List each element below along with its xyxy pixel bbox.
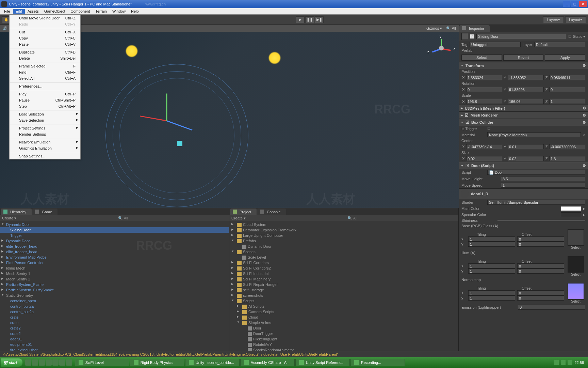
shininess-slider[interactable] [497,220,585,221]
hierarchy-item[interactable]: ▼Static Geometry [0,293,229,298]
play-button[interactable]: ▶ [296,16,305,23]
edit-menu-item[interactable]: PauseCtrl+Shift+P [10,97,80,103]
task-item[interactable]: Assembly-CSharp - A... [240,359,295,366]
hierarchy-item[interactable]: ▶Mech Sentry 2 [0,276,229,282]
moveheight-field[interactable]: 3.5 [501,176,585,181]
tray-icon[interactable] [554,360,559,365]
rot-y[interactable]: 91.88998 [508,87,544,92]
hierarchy-item[interactable]: Trigger [0,233,229,238]
scale-x[interactable]: 196.8 [466,99,502,104]
edit-menu-item[interactable]: Project Settings [10,125,80,131]
rot-z[interactable]: 0 [549,87,585,92]
hierarchy-item[interactable]: ▶ParticleSystem_Flame [0,282,229,287]
istrigger-checkbox[interactable]: ☐ [487,126,491,131]
prefab-revert-button[interactable]: Revert [503,55,544,61]
project-item[interactable]: ▶Cloud [229,315,458,320]
step-button[interactable]: ▶❚ [315,16,324,23]
object-name-field[interactable] [476,34,566,39]
emission-field[interactable]: 0 [518,305,585,310]
edit-menu-item[interactable]: Network Emulation [10,139,80,145]
task-item[interactable]: SciFi Level [75,359,129,366]
project-item[interactable]: ▶screenshots [229,293,458,298]
edit-menu-item[interactable]: DeleteShift+Del [10,55,80,61]
project-item[interactable]: ▶scifi_storage [229,287,458,293]
scale-z[interactable]: 1 [549,99,585,104]
project-item[interactable]: ▶Cloud System [229,222,458,227]
project-tab[interactable]: Project [230,209,257,215]
start-button[interactable]: ⊞ start [1,358,22,367]
door-script-component[interactable]: ▼☑ Door (Script)⚙ [459,162,588,169]
project-item[interactable]: Door [229,325,458,331]
size-y[interactable]: 0.02 [508,156,544,161]
hierarchy-item[interactable]: ▶First Person Controller [0,260,229,265]
project-item[interactable]: DoorTrigger [229,331,458,336]
edit-menu-item[interactable]: CutCtrl+X [10,29,80,35]
hierarchy-item[interactable]: equipment01 [0,342,229,347]
size-z[interactable]: 1.3 [549,156,585,161]
maincolor-swatch[interactable] [561,206,581,211]
qlaunch-icon[interactable] [39,359,45,366]
menu-file[interactable]: File [1,9,13,14]
qlaunch-icon[interactable] [52,359,59,366]
qlaunch-icon[interactable] [25,359,31,366]
layer-dropdown[interactable]: Default [534,42,585,47]
texture-select-button[interactable]: Select [566,246,585,249]
hierarchy-item[interactable]: control_pult2a [0,304,229,309]
hierarchy-item[interactable]: ▶ParticleSystem_FluffySmoke [0,287,229,293]
task-item[interactable]: Recording... [350,359,405,366]
menu-assets[interactable]: Assets [25,9,42,14]
maximize-button[interactable]: □ [571,1,578,7]
hierarchy-item[interactable]: ▶Mech Sentry 1 [0,271,229,276]
shader-dropdown[interactable]: Self-Illumin/Bumped Specular [487,200,585,205]
center-z[interactable]: -0.0007200006 [549,144,585,149]
project-item[interactable]: RotateMeY [229,342,458,347]
offset-x[interactable]: 0 [517,236,564,242]
audio-icon[interactable]: 🔊 [3,26,7,31]
static-checkbox[interactable]: ☐ Static ▾ [568,34,585,39]
edit-menu-item[interactable]: Frame SelectedF [10,63,80,69]
create-dropdown[interactable]: Create ▾ [2,216,16,220]
offset-y[interactable]: 0 [517,242,564,247]
edit-menu-item[interactable]: PasteCtrl+V [10,41,80,47]
script-field[interactable]: 📄 Door [487,170,585,175]
project-item[interactable]: ▶Sci Fi Corridors2 [229,265,458,271]
center-x[interactable]: -1.047739e-14 [466,144,502,149]
hierarchy-item[interactable]: ▼Dynamic Door [0,222,229,227]
prefab-select-button[interactable]: Select [461,55,502,61]
qlaunch-icon[interactable] [32,359,38,366]
project-item[interactable]: ▼Prefabs [229,238,458,244]
hierarchy-item[interactable]: crate [0,320,229,325]
layout-dropdown[interactable]: Layout ▾ [565,16,586,23]
edit-menu-item[interactable]: Undo Move Sliding DoorCtrl+Z [10,15,80,21]
menu-terrain[interactable]: Terrain [93,9,110,14]
hierarchy-item[interactable]: Sliding Door [0,227,229,233]
movespeed-field[interactable]: 1 [501,183,585,188]
hierarchy-item[interactable]: ▶Idling Mech [0,265,229,271]
tray-icon[interactable] [568,360,572,365]
material-header[interactable]: door01_D [459,188,588,199]
close-button[interactable]: × [579,1,587,7]
qlaunch-icon[interactable] [66,359,72,366]
hierarchy-item[interactable]: ▶elite_trooper_head [0,244,229,249]
edit-menu-item[interactable]: Snap Settings... [10,153,80,159]
layers-dropdown[interactable]: Layers ▾ [543,16,564,23]
task-item[interactable]: Unity Script Referenc... [295,359,350,366]
edit-menu-item[interactable]: Save Selection [10,117,80,123]
edit-menu-item[interactable]: Load Selection [10,111,80,117]
hierarchy-item[interactable]: ▶Dynamic Door [0,238,229,244]
project-item[interactable]: SparksRandomAnimator [229,347,458,351]
hierarchy-item[interactable]: crate [0,315,229,320]
hierarchy-item[interactable]: ▶Environment Map Probe [0,255,229,260]
edit-menu-item[interactable]: Select AllCtrl+A [10,75,80,81]
material-field[interactable]: None (Physic Material) [487,132,581,137]
minimize-button[interactable]: _ [563,1,570,7]
tray-icon[interactable] [561,360,566,365]
menu-component[interactable]: Component [68,9,93,14]
pause-button[interactable]: ❚❚ [305,16,314,23]
speccolor-swatch[interactable] [561,212,581,217]
menu-gameobject[interactable]: GameObject [42,9,68,14]
project-create-dropdown[interactable]: Create ▾ [231,216,246,220]
hierarchy-item[interactable]: ▶elite_trooper_head [0,249,229,255]
pos-y[interactable]: -1.868052 [508,75,544,80]
enabled-checkbox[interactable]: ✓ [470,34,474,39]
